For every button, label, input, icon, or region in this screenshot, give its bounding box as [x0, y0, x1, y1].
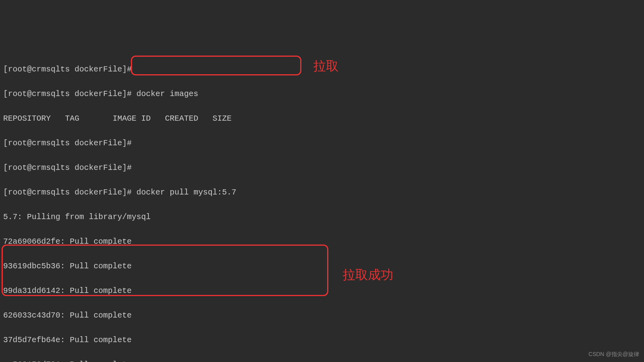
terminal-line: [root@crmsqlts dockerFile]#	[3, 162, 641, 174]
terminal-line: [root@crmsqlts dockerFile]# docker image…	[3, 88, 641, 100]
terminal-line: REPOSITORY TAG IMAGE ID CREATED SIZE	[3, 112, 641, 125]
terminal-line: 93619dbc5b36: Pull complete	[3, 260, 641, 272]
annotation-label-success: 拉取成功	[343, 265, 393, 285]
terminal-line: 99da31dd6142: Pull complete	[3, 285, 641, 297]
terminal-line: [root@crmsqlts dockerFile]# docker pull …	[3, 186, 641, 198]
terminal-line: 626033c43d70: Pull complete	[3, 309, 641, 322]
terminal-line: ac563158d721: Pull complete	[3, 358, 641, 362]
watermark-text: CSDN @指尖@旋律	[588, 350, 639, 359]
terminal-line: 37d5d7efb64e: Pull complete	[3, 334, 641, 346]
annotation-label-pull: 拉取	[313, 56, 339, 76]
terminal-line: 72a69066d2fe: Pull complete	[3, 235, 641, 248]
terminal-line: 5.7: Pulling from library/mysql	[3, 211, 641, 223]
terminal-line: [root@crmsqlts dockerFile]#	[3, 137, 641, 149]
terminal-output[interactable]: [root@crmsqlts dockerFile]# [root@crmsql…	[3, 51, 641, 362]
